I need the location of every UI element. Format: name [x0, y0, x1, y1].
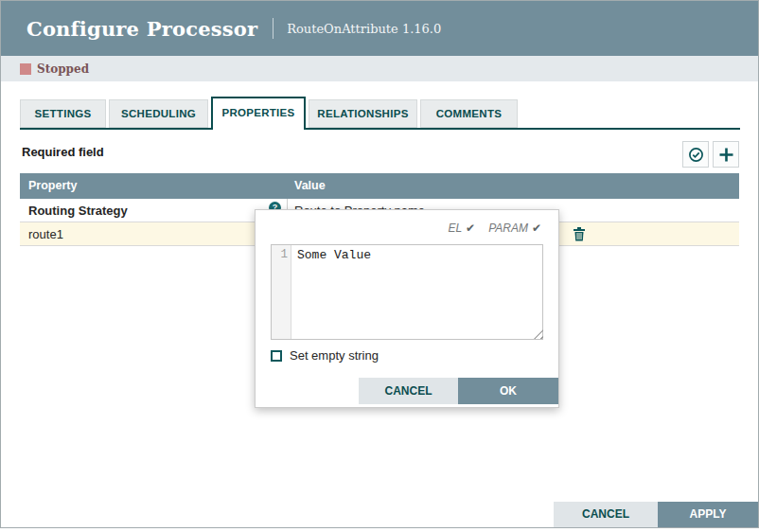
expression-language-badges: EL✔PARAM✔	[448, 222, 541, 235]
delete-property-button[interactable]	[573, 227, 586, 241]
status-label: Stopped	[37, 62, 89, 76]
table-header-row: Property Value	[20, 173, 739, 199]
cancel-button[interactable]: CANCEL	[554, 502, 658, 527]
processor-name-version: RouteOnAttribute 1.16.0	[287, 22, 441, 36]
editor-ok-button[interactable]: OK	[458, 378, 558, 404]
dialog-header: Configure Processor RouteOnAttribute 1.1…	[1, 1, 758, 56]
el-supported-badge: EL	[448, 222, 462, 235]
property-name: Routing Strategy	[28, 199, 128, 222]
tab-properties[interactable]: PROPERTIES	[211, 97, 306, 130]
tab-comments[interactable]: COMMENTS	[420, 99, 518, 128]
apply-button[interactable]: APPLY	[658, 502, 758, 527]
value-editor-input[interactable]: Some Value	[291, 245, 542, 339]
column-header-property: Property	[28, 173, 77, 199]
check-icon: ✔	[466, 222, 475, 235]
line-number-gutter: 1	[272, 245, 291, 339]
set-empty-string-label: Set empty string	[290, 348, 379, 363]
param-supported-badge: PARAM	[488, 222, 528, 235]
column-header-value: Value	[294, 173, 326, 199]
tab-underline	[20, 128, 740, 130]
required-field-label: Required field	[22, 145, 104, 159]
stopped-status-icon	[20, 63, 31, 75]
title-separator	[273, 18, 274, 39]
trash-icon	[573, 227, 586, 241]
property-name[interactable]: route1	[28, 222, 63, 246]
plus-icon	[718, 147, 734, 163]
check-icon: ✔	[532, 222, 541, 235]
value-editor-popup: EL✔PARAM✔ 1 Some Value Set empty string …	[255, 209, 559, 408]
status-bar: Stopped	[1, 56, 758, 81]
editor-cancel-button[interactable]: CANCEL	[359, 378, 458, 404]
tab-relationships[interactable]: RELATIONSHIPS	[309, 99, 417, 128]
set-empty-string-row: Set empty string	[271, 348, 379, 363]
configure-processor-dialog: Configure Processor RouteOnAttribute 1.1…	[0, 0, 759, 528]
tab-scheduling[interactable]: SCHEDULING	[109, 99, 208, 128]
check-circle-icon	[688, 147, 704, 163]
dialog-title: Configure Processor	[26, 17, 257, 41]
set-empty-string-checkbox[interactable]	[271, 350, 282, 362]
add-property-button[interactable]	[713, 141, 739, 168]
value-editor: 1 Some Value	[271, 244, 543, 340]
verify-properties-button[interactable]	[682, 141, 709, 168]
tab-settings[interactable]: SETTINGS	[20, 99, 106, 128]
